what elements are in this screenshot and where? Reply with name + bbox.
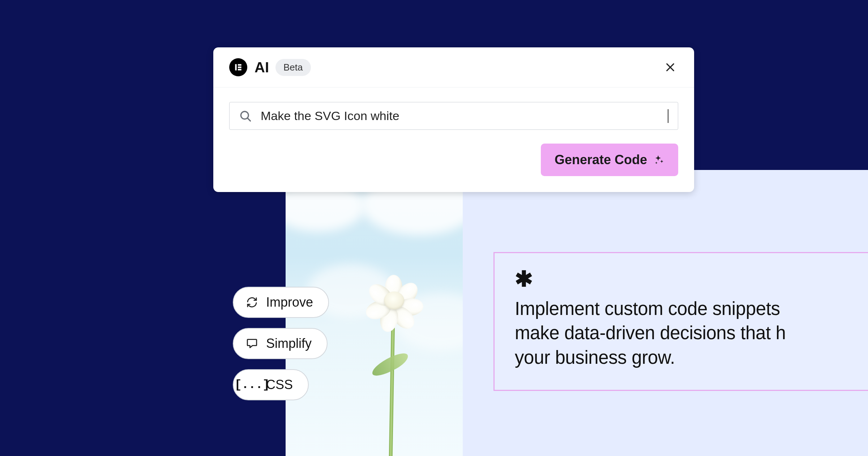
- improve-label: Improve: [266, 295, 313, 310]
- search-icon: [239, 110, 252, 123]
- elementor-logo-icon: [229, 58, 247, 76]
- close-button[interactable]: [662, 59, 678, 75]
- generate-code-label: Generate Code: [555, 152, 647, 167]
- suggestion-pills: Improve Simplify [...] CSS: [233, 287, 329, 400]
- content-card: ✱ Implement custom code snippets make da…: [493, 252, 868, 391]
- prompt-input[interactable]: Make the SVG Icon white: [261, 109, 666, 123]
- dialog-title: AI: [255, 59, 269, 76]
- css-label: CSS: [266, 377, 293, 392]
- content-line-1: Implement custom code snippets: [515, 297, 846, 321]
- content-line-3: your business grow.: [515, 345, 846, 370]
- sparkle-icon: [654, 154, 664, 165]
- asterisk-icon: ✱: [515, 268, 846, 290]
- svg-line-7: [248, 118, 251, 121]
- svg-rect-0: [235, 64, 236, 70]
- text-caret: [668, 109, 668, 123]
- code-brackets-icon: [...]: [245, 378, 259, 392]
- svg-rect-2: [238, 67, 241, 68]
- dialog-body: Make the SVG Icon white Generate Code: [213, 88, 694, 192]
- close-icon: [664, 61, 676, 73]
- css-button[interactable]: [...] CSS: [233, 369, 309, 400]
- simplify-label: Simplify: [266, 336, 312, 351]
- refresh-icon: [245, 295, 259, 309]
- svg-rect-1: [238, 64, 241, 65]
- ai-dialog: AI Beta Make the SVG Icon white Generate…: [213, 47, 694, 192]
- chat-bubble-icon: [245, 337, 259, 350]
- dialog-header: AI Beta: [213, 47, 694, 88]
- prompt-input-wrap[interactable]: Make the SVG Icon white: [229, 102, 678, 130]
- generate-code-button[interactable]: Generate Code: [541, 144, 678, 176]
- svg-rect-3: [238, 69, 241, 70]
- beta-badge: Beta: [275, 59, 311, 76]
- simplify-button[interactable]: Simplify: [233, 328, 328, 359]
- improve-button[interactable]: Improve: [233, 287, 329, 318]
- content-line-2: make data-driven decisions that h: [515, 321, 846, 345]
